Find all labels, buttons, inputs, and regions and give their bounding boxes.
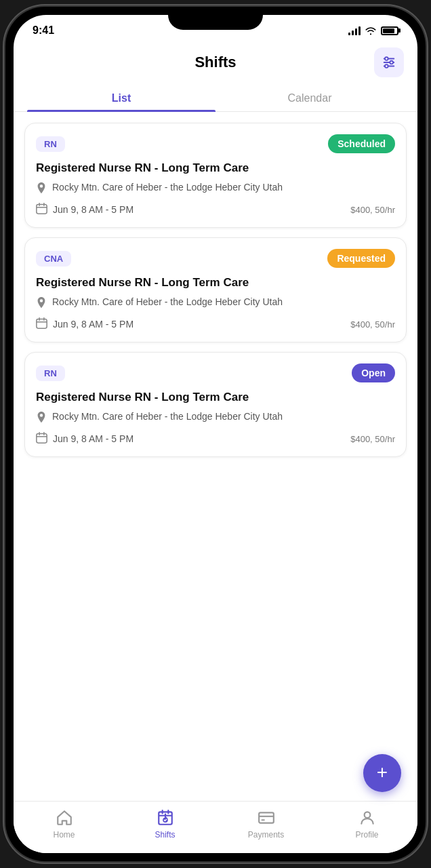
status-badge-requested: Requested bbox=[327, 249, 395, 268]
nav-item-shifts[interactable]: Shifts bbox=[115, 808, 216, 840]
shift-price-2: $400, 50/hr bbox=[350, 318, 395, 330]
svg-rect-20 bbox=[259, 812, 274, 823]
shift-card-2[interactable]: CNA Requested Registered Nurse RN - Long… bbox=[24, 237, 407, 342]
tab-calendar[interactable]: Calendar bbox=[216, 85, 404, 111]
svg-rect-21 bbox=[261, 819, 264, 821]
status-badge-open: Open bbox=[352, 363, 395, 382]
shifts-list: RN Scheduled Registered Nurse RN - Long … bbox=[14, 112, 417, 801]
filter-icon bbox=[382, 55, 396, 70]
shift-title-3: Registered Nurse RN - Long Term Care bbox=[36, 391, 395, 404]
shift-price-1: $400, 50/hr bbox=[350, 203, 395, 216]
svg-rect-14 bbox=[37, 434, 47, 443]
phone-screen: 9:41 bbox=[14, 15, 417, 853]
shift-location-2: Rocky Mtn. Care of Heber - the Lodge Heb… bbox=[36, 296, 395, 312]
tabs-bar: List Calendar bbox=[14, 85, 417, 112]
status-badge-scheduled: Scheduled bbox=[328, 134, 395, 153]
shifts-icon bbox=[156, 808, 175, 827]
nav-item-profile[interactable]: Profile bbox=[316, 808, 417, 840]
home-icon bbox=[55, 808, 74, 827]
shift-title-2: Registered Nurse RN - Long Term Care bbox=[36, 276, 395, 290]
svg-rect-6 bbox=[37, 205, 47, 214]
nav-label-profile: Profile bbox=[355, 830, 378, 840]
shift-price-3: $400, 50/hr bbox=[350, 433, 395, 445]
svg-point-22 bbox=[364, 812, 370, 818]
bottom-nav: Home Shifts bbox=[14, 801, 417, 853]
phone-frame: 9:41 bbox=[5, 7, 426, 861]
status-time: 9:41 bbox=[33, 24, 54, 37]
shift-date-2: Jun 9, 8 AM - 5 PM bbox=[36, 317, 134, 331]
svg-point-4 bbox=[390, 61, 393, 64]
shift-location-text-1: Rocky Mtn. Care of Heber - the Lodge Heb… bbox=[52, 182, 283, 193]
shift-location-text-2: Rocky Mtn. Care of Heber - the Lodge Heb… bbox=[52, 296, 283, 307]
shift-card-3[interactable]: RN Open Registered Nurse RN - Long Term … bbox=[24, 352, 407, 457]
battery-icon bbox=[381, 26, 398, 35]
add-shift-fab[interactable]: + bbox=[363, 754, 401, 792]
tab-list[interactable]: List bbox=[27, 85, 216, 111]
calendar-icon-2 bbox=[36, 317, 47, 331]
filter-button[interactable] bbox=[374, 47, 404, 77]
svg-rect-10 bbox=[37, 319, 47, 329]
shift-card-1[interactable]: RN Scheduled Registered Nurse RN - Long … bbox=[24, 123, 407, 228]
page-title: Shifts bbox=[194, 54, 236, 71]
header: Shifts bbox=[14, 42, 417, 77]
location-icon-2 bbox=[36, 297, 47, 312]
payments-icon bbox=[257, 808, 276, 827]
signal-bars-icon bbox=[348, 26, 361, 35]
calendar-icon-1 bbox=[36, 203, 47, 216]
plus-icon: + bbox=[377, 763, 388, 782]
notch bbox=[168, 7, 263, 30]
calendar-icon-3 bbox=[36, 432, 47, 446]
wifi-icon bbox=[365, 26, 377, 35]
role-badge-rn-3: RN bbox=[36, 366, 65, 381]
location-icon-1 bbox=[36, 182, 47, 197]
shift-date-1: Jun 9, 8 AM - 5 PM bbox=[36, 203, 134, 216]
nav-label-payments: Payments bbox=[248, 830, 284, 840]
nav-label-shifts: Shifts bbox=[155, 830, 175, 840]
role-badge-cna: CNA bbox=[36, 251, 71, 267]
role-badge-rn-1: RN bbox=[36, 136, 65, 152]
nav-item-payments[interactable]: Payments bbox=[216, 808, 316, 840]
nav-item-home[interactable]: Home bbox=[14, 808, 115, 840]
svg-point-3 bbox=[385, 57, 388, 60]
shift-date-3: Jun 9, 8 AM - 5 PM bbox=[36, 432, 134, 446]
status-icons bbox=[348, 26, 398, 35]
shift-location-text-3: Rocky Mtn. Care of Heber - the Lodge Heb… bbox=[52, 411, 283, 422]
location-icon-3 bbox=[36, 412, 47, 427]
shift-location-1: Rocky Mtn. Care of Heber - the Lodge Heb… bbox=[36, 182, 395, 197]
nav-label-home: Home bbox=[53, 830, 75, 840]
shift-title-1: Registered Nurse RN - Long Term Care bbox=[36, 161, 395, 175]
svg-point-5 bbox=[385, 64, 388, 68]
profile-icon bbox=[358, 808, 377, 827]
shift-location-3: Rocky Mtn. Care of Heber - the Lodge Heb… bbox=[36, 411, 395, 427]
